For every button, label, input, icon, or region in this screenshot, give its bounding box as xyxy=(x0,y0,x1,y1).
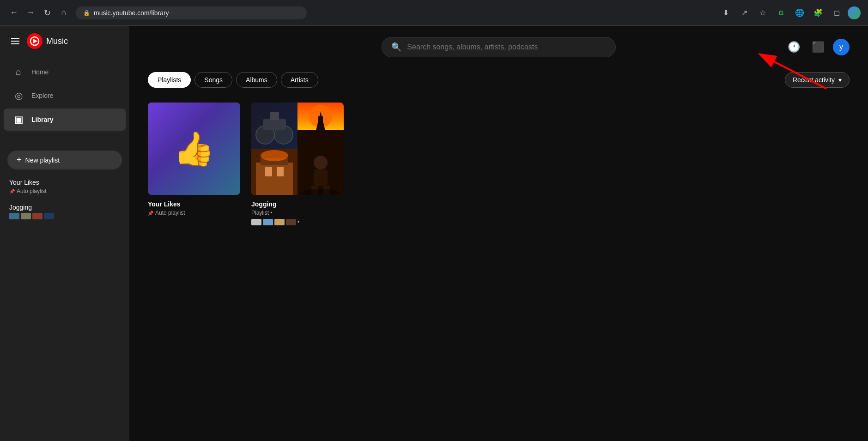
jogging-grid-img-2 xyxy=(297,103,344,149)
plus-icon: + xyxy=(17,155,22,165)
color-swatch-3 xyxy=(32,213,42,219)
reload-button[interactable]: ↻ xyxy=(41,6,54,19)
cast-icon: ⬛ xyxy=(812,41,824,53)
playlist-card-your-likes[interactable]: 👍 Your Likes 📌 Auto playlist xyxy=(148,103,240,225)
svg-rect-8 xyxy=(263,119,286,130)
browser-actions: ⬇ ↗ ☆ G 🌐 🧩 ◻ xyxy=(718,6,861,20)
jogging-grid-img-3 xyxy=(251,149,297,195)
jogging-title: Jogging xyxy=(251,200,344,208)
share-icon[interactable]: ↗ xyxy=(737,6,752,20)
youtube-music-logo xyxy=(27,33,42,49)
address-bar[interactable]: 🔒 music.youtube.com/library xyxy=(76,6,307,19)
history-button[interactable]: 🕐 xyxy=(785,38,803,56)
sort-button[interactable]: Recent activity ▾ xyxy=(785,72,850,88)
filter-tab-songs[interactable]: Songs xyxy=(194,72,232,88)
svg-point-19 xyxy=(261,150,288,161)
playlist-card-jogging[interactable]: Jogging Playlist • • xyxy=(251,103,344,225)
logo-area: Music xyxy=(27,33,68,49)
jogging-color-more: • xyxy=(297,219,299,225)
filter-tab-albums[interactable]: Albums xyxy=(236,72,277,88)
explore-icon: ◎ xyxy=(13,90,24,101)
search-box[interactable]: 🔍 xyxy=(382,37,615,57)
your-likes-thumbnail-bg: 👍 xyxy=(148,103,240,195)
jogging-thumbnail-grid xyxy=(251,103,344,195)
your-likes-sub: 📌 Auto playlist xyxy=(148,210,240,216)
translate-icon[interactable]: 🌐 xyxy=(792,6,807,20)
sidebar-item-explore[interactable]: ◎ Explore xyxy=(4,85,126,107)
color-swatch-1 xyxy=(9,213,19,219)
sidebar-navigation: ⌂ Home ◎ Explore ▣ Library xyxy=(0,56,129,135)
sidebar-playlist-your-likes-sub: 📌 Auto playlist xyxy=(9,188,120,194)
jogging-sub: Playlist • xyxy=(251,210,344,216)
new-playlist-label: New playlist xyxy=(25,157,60,164)
search-input[interactable] xyxy=(407,43,606,51)
lock-icon: 🔒 xyxy=(83,10,90,16)
your-likes-thumbnail: 👍 xyxy=(148,103,240,195)
jogging-color-3 xyxy=(274,219,285,225)
your-likes-title: Your Likes xyxy=(148,200,240,208)
filter-tab-artists[interactable]: Artists xyxy=(281,72,318,88)
jogging-grid-img-4 xyxy=(297,149,344,195)
cast-button[interactable]: ⬛ xyxy=(809,38,827,56)
browser-chrome: ← → ↻ ⌂ 🔒 music.youtube.com/library ⬇ ↗ … xyxy=(0,0,868,26)
sidebar-header: Music xyxy=(0,26,129,56)
back-button[interactable]: ← xyxy=(7,6,20,19)
hamburger-line xyxy=(11,38,19,39)
filter-tab-playlists[interactable]: Playlists xyxy=(148,72,191,88)
download-icon[interactable]: ⬇ xyxy=(718,6,733,20)
jogging-color-4 xyxy=(286,219,296,225)
svg-point-21 xyxy=(314,156,328,169)
logo-text: Music xyxy=(46,36,68,46)
filter-tabs: Playlists Songs Albums Artists xyxy=(148,72,318,88)
jogging-color-1 xyxy=(251,219,261,225)
jogging-thumbnail xyxy=(251,103,344,195)
forward-button[interactable]: → xyxy=(24,6,37,19)
user-initial: y xyxy=(839,43,843,51)
svg-rect-15 xyxy=(256,163,293,195)
url-text: music.youtube.com/library xyxy=(94,9,169,17)
hamburger-line xyxy=(11,43,19,44)
svg-rect-9 xyxy=(270,112,279,120)
window-icon[interactable]: ◻ xyxy=(829,6,844,20)
sidebar-item-home-label: Home xyxy=(31,68,49,76)
search-icon: 🔍 xyxy=(391,42,401,52)
google-account-icon[interactable]: G xyxy=(774,6,789,20)
svg-rect-17 xyxy=(265,167,272,176)
sort-chevron-icon: ▾ xyxy=(838,76,842,84)
svg-rect-22 xyxy=(314,169,328,186)
library-icon: ▣ xyxy=(13,114,24,125)
search-container: 🔍 xyxy=(382,37,615,57)
sidebar-item-library[interactable]: ▣ Library xyxy=(4,109,126,131)
jogging-color-2 xyxy=(263,219,273,225)
browser-profile-avatar[interactable] xyxy=(848,6,861,19)
top-bar: 🔍 🕐 ⬛ y xyxy=(148,37,850,57)
hamburger-line xyxy=(11,41,19,42)
thumbs-up-icon: 👍 xyxy=(173,129,215,169)
pin-icon: 📌 xyxy=(9,189,15,194)
hamburger-menu-button[interactable] xyxy=(9,36,21,46)
sidebar-playlist-your-likes-name: Your Likes xyxy=(9,179,120,186)
app-layout: Music ⌂ Home ◎ Explore ▣ Library + New p… xyxy=(0,26,868,441)
new-playlist-button[interactable]: + New playlist xyxy=(7,151,122,169)
svg-rect-13 xyxy=(318,116,323,130)
extensions-icon[interactable]: 🧩 xyxy=(811,6,826,20)
jogging-grid-img-1 xyxy=(251,103,297,149)
svg-rect-11 xyxy=(297,130,344,149)
sidebar-item-home[interactable]: ⌂ Home xyxy=(4,61,126,83)
color-swatch-4 xyxy=(44,213,54,219)
home-button[interactable]: ⌂ xyxy=(57,6,70,19)
sort-label: Recent activity xyxy=(793,76,835,84)
sidebar-item-explore-label: Explore xyxy=(31,92,53,99)
playlists-grid: 👍 Your Likes 📌 Auto playlist xyxy=(148,103,850,225)
sidebar-playlist-jogging[interactable]: Jogging xyxy=(7,202,122,221)
main-content: 🔍 🕐 ⬛ y xyxy=(129,26,868,441)
color-swatch-2 xyxy=(21,213,31,219)
sidebar-playlist-jogging-colors xyxy=(9,213,120,219)
sidebar-playlist-your-likes[interactable]: Your Likes 📌 Auto playlist xyxy=(7,177,122,196)
pin-icon-card: 📌 xyxy=(148,211,153,216)
sidebar-divider xyxy=(7,141,122,141)
sidebar-playlist-section: Your Likes 📌 Auto playlist Jogging xyxy=(0,173,129,225)
bookmark-icon[interactable]: ☆ xyxy=(755,6,770,20)
user-avatar[interactable]: y xyxy=(833,39,850,55)
browser-nav-buttons: ← → ↻ ⌂ xyxy=(7,6,70,19)
